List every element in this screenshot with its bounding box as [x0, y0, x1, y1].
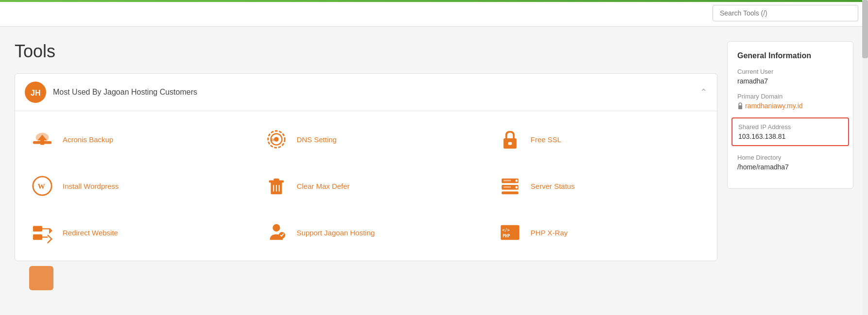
dns-gear-icon: DNS: [264, 127, 289, 152]
svg-point-2: [36, 133, 49, 142]
section-header-left: JH Most Used By Jagoan Hosting Customers: [25, 82, 197, 103]
tool-label-free-ssl: Free SSL: [530, 135, 561, 144]
jagoan-hosting-icon: JH: [25, 82, 46, 103]
wordpress-icon: W: [30, 173, 55, 199]
main-layout: Tools JH Most Used By Jagoan Hosting Cus…: [0, 27, 868, 308]
info-row-shared-ip: Shared IP Address 103.163.138.81: [732, 117, 849, 146]
info-value-current-user: ramadha7: [737, 77, 843, 85]
section-card: JH Most Used By Jagoan Hosting Customers…: [15, 73, 717, 261]
info-row-home-directory: Home Directory /home/ramadha7: [737, 154, 843, 171]
info-label-current-user: Current User: [737, 68, 843, 75]
info-value-home-directory: /home/ramadha7: [737, 163, 843, 171]
php-icon: </> PHP: [497, 220, 523, 245]
svg-text:</>: </>: [502, 228, 510, 232]
tool-label-clear-max-defer: Clear Max Defer: [297, 182, 350, 190]
tool-item-clear-max-defer[interactable]: Clear Max Defer: [249, 163, 483, 209]
content-area: Tools JH Most Used By Jagoan Hosting Cus…: [15, 41, 717, 308]
tool-item-acronis-backup[interactable]: Acronis Backup: [15, 116, 249, 163]
trash-icon: [264, 173, 289, 199]
tool-label-install-wordpress: Install Wordpress: [63, 182, 119, 190]
bottom-icon: [29, 266, 53, 290]
info-label-home-directory: Home Directory: [737, 154, 843, 161]
tool-item-redirect-website[interactable]: Redirect Website: [15, 209, 249, 256]
redirect-icon: [30, 220, 55, 245]
padlock-icon: [497, 127, 523, 152]
section-header[interactable]: JH Most Used By Jagoan Hosting Customers…: [15, 74, 717, 111]
svg-rect-19: [502, 192, 519, 195]
chevron-up-icon: ⌃: [700, 87, 707, 98]
tool-label-php-xray: PHP X-Ray: [530, 229, 567, 237]
svg-text:JH: JH: [31, 89, 40, 97]
info-label-primary-domain: Primary Domain: [737, 93, 843, 100]
scrollbar-track[interactable]: [862, 0, 868, 315]
info-value-primary-domain[interactable]: ramdhaniawy.my.id: [737, 102, 843, 110]
tools-grid: Acronis Backup DNS DNS Setting: [15, 111, 717, 261]
svg-rect-22: [504, 180, 511, 182]
tool-item-server-status[interactable]: Server Status: [483, 163, 717, 209]
svg-rect-13: [273, 179, 279, 181]
svg-rect-8: [508, 142, 512, 145]
section-title: Most Used By Jagoan Hosting Customers: [53, 88, 197, 97]
tool-label-acronis-backup: Acronis Backup: [63, 135, 113, 144]
svg-rect-25: [33, 234, 42, 240]
bottom-section: [15, 261, 717, 295]
info-row-primary-domain: Primary Domain ramdhaniawy.my.id: [737, 93, 843, 110]
svg-rect-23: [504, 186, 511, 188]
server-icon: [497, 173, 523, 199]
svg-rect-31: [738, 105, 742, 109]
tool-label-dns-setting: DNS Setting: [297, 135, 337, 144]
svg-rect-24: [33, 226, 42, 232]
search-input[interactable]: [713, 5, 858, 21]
svg-text:DNS: DNS: [271, 138, 278, 142]
info-card-title: General Information: [737, 51, 843, 60]
top-bar: [0, 0, 868, 27]
scrollbar-thumb[interactable]: [862, 0, 868, 58]
svg-point-21: [515, 186, 518, 188]
tool-item-install-wordpress[interactable]: W Install Wordpress: [15, 163, 249, 209]
svg-text:W: W: [37, 182, 45, 190]
tool-label-support-jagoan: Support Jagoan Hosting: [297, 229, 375, 237]
cloud-upload-icon: [30, 127, 55, 152]
svg-point-20: [515, 180, 518, 182]
support-icon: [264, 220, 289, 245]
lock-icon-small: [737, 102, 743, 109]
sidebar: General Information Current User ramadha…: [727, 41, 853, 308]
svg-text:PHP: PHP: [503, 233, 511, 238]
tool-item-php-xray[interactable]: </> PHP PHP X-Ray: [483, 209, 717, 256]
tool-item-free-ssl[interactable]: Free SSL: [483, 116, 717, 163]
tool-label-redirect-website: Redirect Website: [63, 229, 118, 237]
page-title: Tools: [15, 41, 717, 62]
tool-item-dns-setting[interactable]: DNS DNS Setting: [249, 116, 483, 163]
info-label-shared-ip: Shared IP Address: [738, 123, 842, 131]
info-card: General Information Current User ramadha…: [727, 41, 853, 189]
tool-label-server-status: Server Status: [530, 182, 575, 190]
info-value-shared-ip: 103.163.138.81: [738, 133, 842, 140]
info-row-current-user: Current User ramadha7: [737, 68, 843, 85]
tool-item-support-jagoan[interactable]: Support Jagoan Hosting: [249, 209, 483, 256]
svg-point-26: [272, 224, 280, 232]
